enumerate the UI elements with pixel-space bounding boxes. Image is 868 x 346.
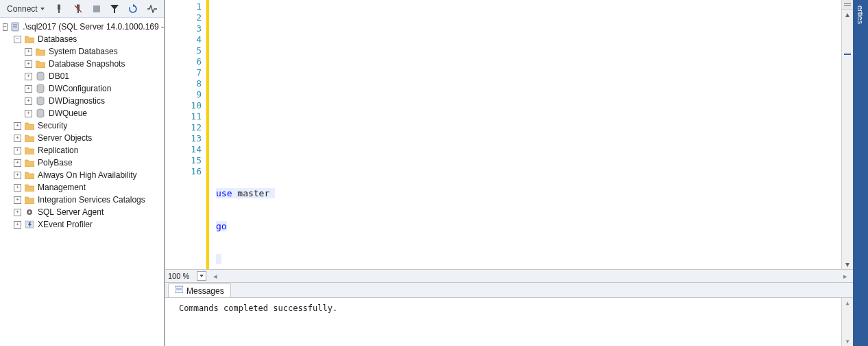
gear-icon bbox=[24, 207, 35, 218]
line-number: 15 bbox=[165, 155, 202, 166]
expand-icon[interactable]: + bbox=[14, 135, 21, 142]
expand-icon[interactable]: + bbox=[14, 159, 21, 167]
tree-xevent-node[interactable]: + XEvent Profiler bbox=[0, 218, 164, 231]
line-number: 14 bbox=[165, 144, 202, 155]
code-editor[interactable]: 1 2 3 4 5 6 7 8 9 10 11 12 13 14 15 16 u… bbox=[165, 0, 853, 269]
scroll-left-icon[interactable]: ◂ bbox=[210, 271, 220, 281]
expand-icon[interactable]: + bbox=[14, 147, 21, 154]
messages-panel: Messages Commands completed successfully… bbox=[165, 283, 853, 346]
database-icon bbox=[35, 108, 46, 119]
line-number: 9 bbox=[165, 89, 202, 100]
server-objects-label: Server Objects bbox=[38, 133, 92, 143]
snapshots-label: Database Snapshots bbox=[49, 59, 125, 69]
tree-db01-node[interactable]: + DB01 bbox=[0, 70, 164, 82]
replication-label: Replication bbox=[38, 146, 78, 155]
tree-dwconfig-node[interactable]: + DWConfiguration bbox=[0, 82, 164, 95]
tree-isc-node[interactable]: + Integration Services Catalogs bbox=[0, 194, 164, 206]
line-number: 7 bbox=[165, 67, 202, 78]
expand-icon[interactable]: + bbox=[25, 110, 32, 117]
tree-databases-node[interactable]: − Databases bbox=[0, 33, 164, 45]
zoom-value: 100 % bbox=[168, 272, 195, 280]
tree-dwqueue-node[interactable]: + DWQueue bbox=[0, 107, 164, 119]
expand-icon[interactable]: + bbox=[25, 85, 32, 93]
scrollbar-change-marker bbox=[844, 54, 851, 55]
db01-label: DB01 bbox=[49, 71, 69, 81]
folder-icon bbox=[24, 145, 35, 156]
management-label: Management bbox=[38, 183, 86, 192]
connect-plug-icon[interactable] bbox=[51, 3, 67, 15]
scroll-up-icon[interactable]: ▴ bbox=[842, 10, 853, 19]
scroll-down-icon[interactable]: ▾ bbox=[842, 336, 853, 346]
collapse-icon[interactable]: − bbox=[14, 36, 21, 43]
object-explorer-panel: Connect − .\sql2017 (SQL Server 14.0.100… bbox=[0, 0, 165, 346]
svg-point-20 bbox=[29, 211, 31, 214]
messages-vertical-scrollbar[interactable]: ▴ ▾ bbox=[841, 298, 853, 346]
tree-alwayson-node[interactable]: + Always On High Availability bbox=[0, 169, 164, 181]
dwdiag-label: DWDiagnostics bbox=[49, 96, 105, 106]
folder-icon bbox=[35, 58, 46, 69]
tree-polybase-node[interactable]: + PolyBase bbox=[0, 157, 164, 169]
messages-text: Commands completed successfully. bbox=[179, 303, 337, 313]
object-explorer-toolbar: Connect bbox=[0, 0, 164, 18]
code-body[interactable]: use master go create database DB02 go bbox=[209, 0, 841, 269]
tree-management-node[interactable]: + Management bbox=[0, 181, 164, 194]
line-number: 4 bbox=[165, 34, 202, 45]
folder-icon bbox=[35, 46, 46, 57]
tree-dwdiag-node[interactable]: + DWDiagnostics bbox=[0, 95, 164, 107]
expand-icon[interactable]: + bbox=[14, 221, 21, 229]
tree-security-node[interactable]: + Security bbox=[0, 119, 164, 132]
scroll-right-icon[interactable]: ▸ bbox=[841, 271, 850, 281]
tree-system-databases-node[interactable]: + System Databases bbox=[0, 45, 164, 58]
refresh-icon[interactable] bbox=[125, 3, 141, 15]
filter-icon[interactable] bbox=[108, 3, 121, 14]
messages-body[interactable]: Commands completed successfully. ▴ ▾ bbox=[165, 298, 853, 346]
line-number: 2 bbox=[165, 12, 202, 23]
editor-vertical-scrollbar[interactable]: ▴ ▾ bbox=[841, 0, 853, 269]
line-number: 8 bbox=[165, 78, 202, 89]
expand-icon[interactable]: + bbox=[14, 209, 21, 216]
split-toggle-icon[interactable] bbox=[842, 0, 853, 10]
line-number: 11 bbox=[165, 111, 202, 122]
expand-icon[interactable]: + bbox=[25, 73, 32, 80]
line-number: 10 bbox=[165, 100, 202, 111]
expand-icon[interactable]: + bbox=[25, 48, 32, 56]
stop-icon[interactable] bbox=[90, 3, 104, 14]
connect-label: Connect bbox=[7, 4, 38, 14]
disconnect-plug-icon[interactable] bbox=[71, 3, 86, 15]
tree-agent-node[interactable]: + SQL Server Agent bbox=[0, 206, 164, 218]
collapse-icon[interactable]: − bbox=[3, 23, 8, 31]
connect-dropdown-button[interactable]: Connect bbox=[4, 3, 47, 15]
folder-icon bbox=[24, 157, 35, 168]
scroll-up-icon[interactable]: ▴ bbox=[842, 298, 853, 308]
messages-icon bbox=[175, 286, 183, 296]
xevent-icon bbox=[24, 219, 35, 230]
properties-tab-label: erties bbox=[856, 5, 865, 24]
tree-server-node[interactable]: − .\sql2017 (SQL Server 14.0.1000.169 - bbox=[0, 21, 164, 33]
tree-snapshots-node[interactable]: + Database Snapshots bbox=[0, 58, 164, 70]
results-tabstrip: Messages bbox=[165, 283, 853, 298]
isc-label: Integration Services Catalogs bbox=[38, 195, 145, 205]
tree-replication-node[interactable]: + Replication bbox=[0, 144, 164, 157]
tree-server-objects-node[interactable]: + Server Objects bbox=[0, 132, 164, 144]
sql-keyword: use bbox=[216, 188, 232, 198]
tab-messages[interactable]: Messages bbox=[168, 284, 231, 297]
expand-icon[interactable]: + bbox=[25, 97, 32, 105]
expand-icon[interactable]: + bbox=[14, 172, 21, 179]
properties-collapsed-tab[interactable]: erties bbox=[853, 0, 868, 346]
sql-keyword: go bbox=[216, 221, 227, 231]
server-label: .\sql2017 (SQL Server 14.0.1000.169 - bbox=[23, 22, 164, 32]
zoom-dropdown-button[interactable] bbox=[197, 271, 206, 281]
object-explorer-tree[interactable]: − .\sql2017 (SQL Server 14.0.1000.169 - … bbox=[0, 18, 164, 346]
expand-icon[interactable]: + bbox=[25, 60, 32, 68]
messages-tab-label: Messages bbox=[186, 286, 224, 296]
chevron-down-icon bbox=[40, 8, 45, 10]
xevent-label: XEvent Profiler bbox=[38, 220, 93, 229]
expand-icon[interactable]: + bbox=[14, 196, 21, 204]
dwqueue-label: DWQueue bbox=[49, 108, 87, 118]
chevron-down-icon bbox=[200, 275, 204, 277]
scroll-down-icon[interactable]: ▾ bbox=[842, 260, 853, 269]
expand-icon[interactable]: + bbox=[14, 184, 21, 192]
activity-icon[interactable] bbox=[145, 3, 160, 14]
dwconfig-label: DWConfiguration bbox=[49, 84, 111, 93]
expand-icon[interactable]: + bbox=[14, 122, 21, 130]
